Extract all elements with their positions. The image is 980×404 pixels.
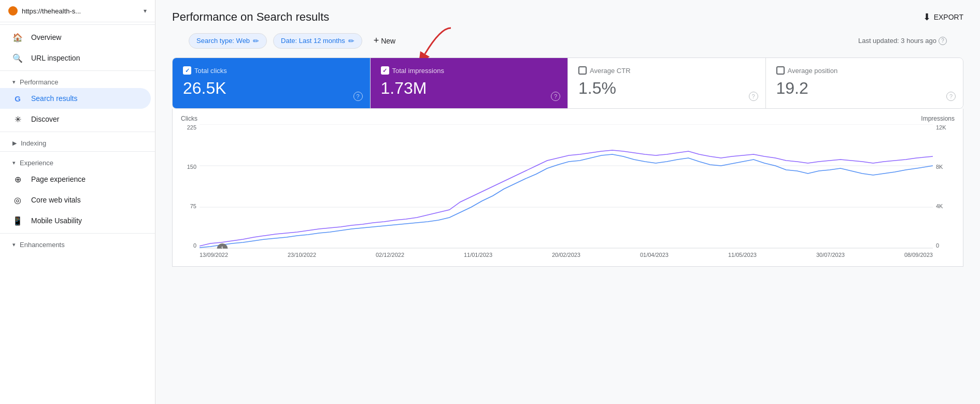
export-button[interactable]: ⬇ EXPORT xyxy=(923,11,963,23)
sidebar-divider-4 xyxy=(0,233,155,234)
sidebar-divider-1 xyxy=(0,70,155,71)
sidebar-label-url-inspection: URL inspection xyxy=(31,54,80,62)
sidebar-item-mobile-usability[interactable]: 📱 Mobile Usability xyxy=(0,210,151,231)
total-clicks-help-icon[interactable]: ? xyxy=(353,92,363,101)
sidebar-section-indexing[interactable]: ▶ Indexing xyxy=(0,134,155,149)
metric-card-average-position[interactable]: Average position 19.2 ? xyxy=(766,58,963,108)
clicks-line xyxy=(200,154,933,248)
sidebar-item-discover[interactable]: ✳ Discover xyxy=(0,109,151,129)
x-label-7: 11/05/2023 xyxy=(728,252,757,258)
filter-bar: Search type: Web ✏ Date: Last 12 months … xyxy=(172,32,963,57)
y-right-4k: 4K xyxy=(936,203,943,209)
sidebar-label-mobile-usability: Mobile Usability xyxy=(31,217,82,225)
sidebar-item-overview[interactable]: 🏠 Overview xyxy=(0,27,151,48)
x-label-6: 01/04/2023 xyxy=(640,252,669,258)
url-bar[interactable]: https://thehealth-s... ▾ xyxy=(0,0,155,22)
impressions-line xyxy=(200,150,933,246)
x-label-1: 13/09/2022 xyxy=(200,252,228,258)
url-favicon xyxy=(8,6,18,16)
x-label-3: 02/12/2022 xyxy=(376,252,404,258)
last-updated: Last updated: 3 hours ago ? xyxy=(858,37,947,45)
total-clicks-label: Total clicks xyxy=(183,66,360,75)
y-axis-left: 225 150 75 0 xyxy=(181,124,200,249)
average-position-checkbox[interactable] xyxy=(776,66,785,75)
home-icon: 🏠 xyxy=(12,32,23,42)
average-position-value: 19.2 xyxy=(776,79,953,98)
total-clicks-checkbox[interactable] xyxy=(183,66,191,75)
metric-card-average-ctr[interactable]: Average CTR 1.5% ? xyxy=(568,58,766,108)
average-ctr-label: Average CTR xyxy=(578,66,755,75)
y-axis-right-label: Impressions xyxy=(921,115,955,122)
main-header: Performance on Search results ⬇ EXPORT xyxy=(155,0,980,32)
metric-card-total-impressions[interactable]: Total impressions 1.73M ? xyxy=(371,58,569,108)
url-dropdown-icon[interactable]: ▾ xyxy=(144,7,147,15)
x-label-8: 30/07/2023 xyxy=(816,252,845,258)
plus-icon: + xyxy=(374,35,379,46)
total-impressions-checkbox[interactable] xyxy=(381,66,389,75)
discover-icon: ✳ xyxy=(12,114,23,124)
sidebar-label-search-results: Search results xyxy=(31,94,77,103)
average-ctr-value: 1.5% xyxy=(578,79,755,98)
date-filter[interactable]: Date: Last 12 months ✏ xyxy=(273,33,362,49)
y-right-12k: 12K xyxy=(936,124,946,131)
export-label: EXPORT xyxy=(934,13,963,21)
x-label-5: 20/02/2023 xyxy=(552,252,580,258)
average-position-label: Average position xyxy=(776,66,953,75)
sidebar-section-performance[interactable]: ▾ Performance xyxy=(0,73,155,88)
new-filter-label: New xyxy=(381,37,395,45)
x-label-4: 11/01/2023 xyxy=(464,252,492,258)
average-ctr-label-text: Average CTR xyxy=(590,67,631,75)
annotation-container: Search type: Web ✏ Date: Last 12 months … xyxy=(155,32,980,57)
y-axis-left-label: Clicks xyxy=(181,115,197,122)
sidebar-item-search-results[interactable]: G Search results xyxy=(0,88,151,109)
average-ctr-checkbox[interactable] xyxy=(578,66,587,75)
y-left-75: 75 xyxy=(190,203,196,209)
y-axis-right: 12K 8K 4K 0 xyxy=(933,124,955,249)
search-icon: 🔍 xyxy=(12,53,23,63)
chart-wrapper: 225 150 75 0 1 xyxy=(181,124,955,249)
sidebar-divider-3 xyxy=(0,151,155,152)
average-position-help-icon[interactable]: ? xyxy=(946,92,956,101)
sidebar-section-enhancements-label: Enhancements xyxy=(20,241,65,249)
y-left-0: 0 xyxy=(193,242,196,249)
metric-cards: Total clicks 26.5K ? Total impressions 1… xyxy=(172,57,963,109)
total-impressions-label: Total impressions xyxy=(381,66,558,75)
experience-chevron-icon: ▾ xyxy=(12,160,16,166)
sidebar-divider-2 xyxy=(0,132,155,132)
x-axis-labels: 13/09/2022 23/10/2022 02/12/2022 11/01/2… xyxy=(181,252,955,258)
sidebar-label-discover: Discover xyxy=(31,115,59,123)
search-type-label: Search type: Web xyxy=(196,37,250,45)
last-updated-help-icon[interactable]: ? xyxy=(939,37,947,45)
sidebar-section-indexing-label: Indexing xyxy=(21,139,46,147)
x-label-9: 08/09/2023 xyxy=(904,252,933,258)
chart-container: Clicks Impressions 225 150 75 0 xyxy=(172,109,963,267)
metric-card-total-clicks[interactable]: Total clicks 26.5K ? xyxy=(173,58,371,108)
sidebar: https://thehealth-s... ▾ 🏠 Overview 🔍 UR… xyxy=(0,0,155,404)
total-impressions-value: 1.73M xyxy=(381,79,558,98)
sidebar-section-experience[interactable]: ▾ Experience xyxy=(0,154,155,169)
sidebar-label-page-experience: Page experience xyxy=(31,175,86,183)
enhancements-chevron-icon: ▾ xyxy=(12,241,16,248)
y-left-150: 150 xyxy=(187,164,196,170)
average-ctr-help-icon[interactable]: ? xyxy=(749,92,758,101)
sidebar-label-core-web-vitals: Core web vitals xyxy=(31,196,81,204)
edit-date-icon: ✏ xyxy=(348,37,354,45)
svg-text:1: 1 xyxy=(221,246,224,249)
sidebar-item-url-inspection[interactable]: 🔍 URL inspection xyxy=(0,48,151,68)
edit-search-type-icon: ✏ xyxy=(253,37,259,45)
new-filter-button[interactable]: + New xyxy=(368,32,401,49)
sidebar-item-core-web-vitals[interactable]: ◎ Core web vitals xyxy=(0,190,151,210)
last-updated-text: Last updated: 3 hours ago xyxy=(858,37,936,45)
date-label: Date: Last 12 months xyxy=(281,37,345,45)
search-type-filter[interactable]: Search type: Web ✏ xyxy=(189,33,267,49)
chart-svg: 1 xyxy=(200,124,933,249)
sidebar-section-performance-label: Performance xyxy=(20,78,58,86)
sidebar-label-overview: Overview xyxy=(31,33,61,41)
mobile-icon: 📱 xyxy=(12,215,23,226)
total-clicks-label-text: Total clicks xyxy=(194,67,227,75)
total-impressions-help-icon[interactable]: ? xyxy=(551,92,560,101)
x-label-2: 23/10/2022 xyxy=(288,252,316,258)
sidebar-section-enhancements[interactable]: ▾ Enhancements xyxy=(0,236,155,251)
indexing-chevron-icon: ▶ xyxy=(12,140,17,147)
sidebar-item-page-experience[interactable]: ⊕ Page experience xyxy=(0,169,151,190)
